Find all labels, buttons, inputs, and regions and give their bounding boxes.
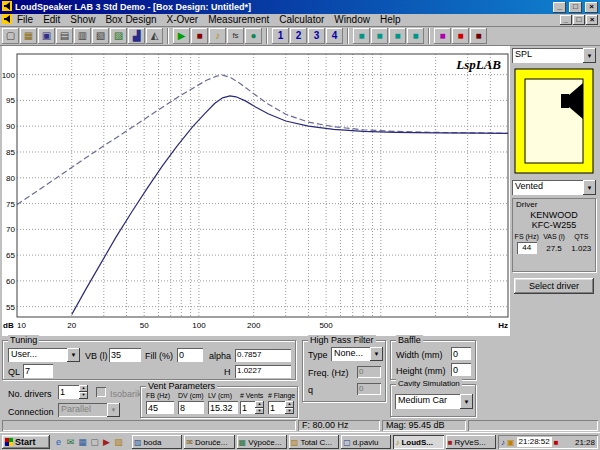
- stop-button[interactable]: ■: [191, 28, 208, 44]
- menu-x-over[interactable]: X-Over: [162, 14, 204, 26]
- red-button[interactable]: ■: [452, 28, 469, 44]
- ql-input[interactable]: [23, 364, 53, 378]
- cavity-simulation-value: Medium Car: [395, 394, 460, 409]
- memory-b-button[interactable]: ■: [371, 28, 388, 44]
- menu-edit[interactable]: Edit: [38, 14, 65, 26]
- spin-down-icon[interactable]: ▼: [79, 392, 88, 399]
- task-louds-button[interactable]: ♪LoudS...: [393, 435, 443, 449]
- display-icon[interactable]: ▣: [507, 438, 515, 447]
- child-minimize-button[interactable]: _: [560, 15, 572, 25]
- view-3-button[interactable]: 3: [308, 28, 325, 44]
- magenta-button[interactable]: ■: [434, 28, 451, 44]
- cavity-simulation-select[interactable]: Medium Car ▼: [395, 394, 473, 409]
- graph-button[interactable]: ▟: [128, 28, 145, 44]
- menu-file[interactable]: File: [12, 14, 38, 26]
- document-window-icon[interactable]: [2, 14, 12, 26]
- menu-show[interactable]: Show: [65, 14, 100, 26]
- svg-text:10: 10: [17, 321, 26, 330]
- chevron-down-icon[interactable]: ▼: [460, 394, 473, 409]
- mail-icon[interactable]: ✉: [65, 437, 76, 447]
- menu-window[interactable]: Window: [329, 14, 375, 26]
- child-close-button[interactable]: ×: [586, 15, 598, 25]
- close-button[interactable]: ×: [585, 2, 598, 13]
- new-button[interactable]: ▢: [2, 28, 19, 44]
- spl-chart[interactable]: 556065707580859095100102050100200500dBHz…: [2, 46, 510, 336]
- view-4-button[interactable]: 4: [326, 28, 343, 44]
- start-button[interactable]: Start: [2, 435, 50, 449]
- print-button[interactable]: ▤: [56, 28, 73, 44]
- task-v-po-e-button[interactable]: ▦Výpoče...: [237, 435, 287, 449]
- curve-type-select[interactable]: SPL ▼: [512, 48, 596, 63]
- tuning-mode-select[interactable]: User... ▼: [8, 348, 80, 362]
- dv-input[interactable]: [178, 401, 204, 414]
- fs-button[interactable]: fs: [227, 28, 244, 44]
- spin-down-icon[interactable]: ▼: [255, 408, 264, 415]
- select-driver-button[interactable]: Select driver: [514, 278, 594, 294]
- menu-help[interactable]: Help: [375, 14, 406, 26]
- darkred-button[interactable]: ■: [470, 28, 487, 44]
- num-vents-stepper[interactable]: ▲▼: [240, 401, 264, 414]
- spin-up-icon[interactable]: ▲: [79, 385, 88, 392]
- task-buttons: ▨boda✉Doruče...▦Výpoče...▨Total C...▢d.p…: [132, 435, 496, 449]
- num-drivers-input[interactable]: [58, 385, 79, 399]
- chart-area[interactable]: 556065707580859095100102050100200500dBHz…: [2, 46, 510, 336]
- measure-button[interactable]: ◭: [146, 28, 163, 44]
- view-2-button[interactable]: 2: [290, 28, 307, 44]
- fs-value: 44: [517, 242, 537, 254]
- memory-d-button[interactable]: ■: [407, 28, 424, 44]
- menu-bar: FileEditShowBox DesignX-OverMeasurementC…: [0, 14, 600, 27]
- task-d-pavlu-button[interactable]: ▢d.pavlu: [341, 435, 391, 449]
- chevron-down-icon[interactable]: ▼: [67, 348, 80, 362]
- tuning-group: Tuning User... ▼ VB (l) Fill (%) alpha 0…: [2, 340, 296, 380]
- fill-input[interactable]: [177, 348, 203, 362]
- view-1-button[interactable]: 1: [272, 28, 289, 44]
- menu-calculator[interactable]: Calculator: [274, 14, 329, 26]
- hpf-type-select[interactable]: None... ▼: [331, 347, 383, 361]
- title-bar[interactable]: LoudSpeaker LAB 3 Std Demo - [Box Design…: [0, 0, 600, 14]
- chevron-down-icon[interactable]: ▼: [370, 347, 383, 361]
- maximize-button[interactable]: □: [569, 2, 582, 13]
- minimize-button[interactable]: _: [553, 2, 566, 13]
- box-type-select[interactable]: Vented ▼: [512, 180, 596, 195]
- menu-box-design[interactable]: Box Design: [100, 14, 161, 26]
- task-boda-button[interactable]: ▨boda: [132, 435, 182, 449]
- memory-c-button[interactable]: ■: [389, 28, 406, 44]
- child-restore-button[interactable]: □: [573, 15, 585, 25]
- menu-measurement[interactable]: Measurement: [203, 14, 274, 26]
- task-doru-e-button[interactable]: ✉Doruče...: [184, 435, 234, 449]
- play-button[interactable]: ▶: [173, 28, 190, 44]
- app-icon: [2, 1, 12, 13]
- task-total-c-button[interactable]: ▨Total C...: [289, 435, 339, 449]
- desktop-icon[interactable]: ▦: [77, 437, 88, 447]
- volume-icon[interactable]: ♪: [501, 438, 505, 447]
- num-drivers-stepper[interactable]: ▲▼: [58, 385, 88, 399]
- lens-button[interactable]: ●: [245, 28, 262, 44]
- lv-input[interactable]: [208, 401, 238, 414]
- vb-input[interactable]: [109, 348, 141, 362]
- spin-down-icon[interactable]: ▼: [285, 408, 294, 415]
- document-icon[interactable]: ▢: [89, 437, 100, 447]
- fb-input[interactable]: [146, 401, 174, 414]
- num-flange-input[interactable]: [268, 401, 285, 414]
- baffle-width-input[interactable]: [451, 347, 471, 360]
- ie-icon[interactable]: e: [53, 437, 64, 447]
- connection-select: Parallel ▼: [58, 403, 120, 417]
- num-vents-input[interactable]: [240, 401, 255, 414]
- task-ryves-button[interactable]: ■RyVeS...: [446, 435, 496, 449]
- folder-icon[interactable]: ▨: [113, 437, 124, 447]
- report-button[interactable]: ▥: [74, 28, 91, 44]
- speaker-button[interactable]: ♪: [209, 28, 226, 44]
- memory-a-button[interactable]: ■: [353, 28, 370, 44]
- antivirus-icon[interactable]: ■: [554, 438, 559, 447]
- player-icon[interactable]: ▶: [101, 437, 112, 447]
- baffle-height-input[interactable]: [451, 363, 471, 376]
- task-icon: ▨: [134, 438, 142, 447]
- chevron-down-icon[interactable]: ▼: [583, 180, 596, 195]
- paste-button[interactable]: ▨: [110, 28, 127, 44]
- save-button[interactable]: ▣: [38, 28, 55, 44]
- fill-label: Fill (%): [145, 351, 173, 361]
- num-flange-stepper[interactable]: ▲▼: [268, 401, 294, 414]
- chevron-down-icon[interactable]: ▼: [583, 48, 596, 63]
- copy-button[interactable]: ▧: [92, 28, 109, 44]
- open-button[interactable]: ▦: [20, 28, 37, 44]
